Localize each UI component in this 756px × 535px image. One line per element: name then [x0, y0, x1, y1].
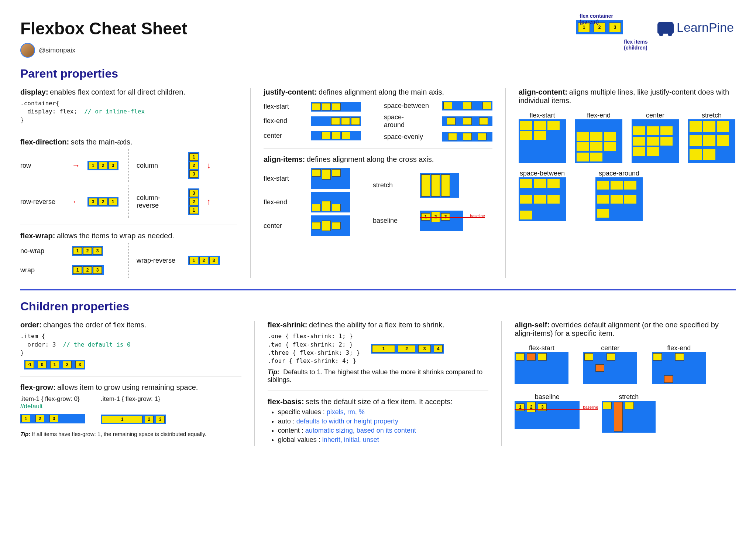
- fw-wraprev-label: wrap-reverse: [137, 257, 181, 265]
- ac-fs: flex-start: [519, 112, 566, 119]
- arrow-up-icon: ↑: [207, 197, 211, 207]
- ai-fe-box: [311, 192, 350, 212]
- as-c: center: [583, 344, 637, 352]
- as-fe-box: [652, 352, 706, 384]
- order-box: -10123: [24, 360, 85, 369]
- arrow-right-icon: →: [72, 161, 80, 170]
- ai-desc: defines alignment along the cross axis.: [307, 155, 434, 163]
- order-code: .item { order: 3 // the default is 0 }: [20, 332, 241, 357]
- fd-rowrev-label: row-reverse: [20, 198, 65, 206]
- avatar: [20, 43, 35, 58]
- flexdir-title: flex-direction:: [20, 138, 69, 146]
- fd-row-label: row: [20, 162, 65, 170]
- as-st: stretch: [602, 393, 656, 401]
- as-c-box: [583, 352, 637, 384]
- ac-c-box: [632, 119, 679, 163]
- fb-desc: sets the default size of a flex item. It…: [306, 398, 453, 406]
- jc-se-box: [442, 132, 492, 142]
- ac-sb-box: [519, 177, 566, 221]
- fg-tip-label: Tip:: [20, 431, 30, 437]
- fg-right-box: 123: [101, 415, 166, 424]
- as-fe: flex-end: [652, 344, 706, 352]
- jc-fs: flex-start: [264, 103, 304, 110]
- ai-fs-box: [311, 168, 350, 189]
- fg-tip: If all items have flex-grow: 1, the rema…: [32, 431, 206, 437]
- as-st-box: [602, 401, 656, 433]
- jc-sb-box: [442, 101, 492, 110]
- as-title: align-self:: [515, 321, 549, 329]
- ac-fe-box: [575, 119, 622, 163]
- fb-list: specific values : pixels, rm, % auto : d…: [268, 408, 489, 444]
- ac-st-box: [688, 119, 735, 163]
- brand-logo: LearnPine: [657, 20, 734, 35]
- fsh-code: .one { flex-shrink: 1; } .two { flex-shr…: [268, 332, 360, 365]
- fg-left-code: .item-1 { flex-grow: 0}: [20, 395, 85, 403]
- ai-c: center: [264, 222, 304, 230]
- jc-c-box: [311, 131, 361, 140]
- fw-nowrap-label: no-wrap: [20, 247, 65, 255]
- ai-st: stretch: [373, 181, 413, 189]
- fw-wraprev-box: 123: [188, 256, 220, 265]
- fd-colrev-label: column-reverse: [137, 194, 181, 209]
- fd-col-label: column: [137, 162, 181, 170]
- jc-fe: flex-end: [264, 117, 304, 125]
- jc-se: space-evenly: [384, 133, 425, 141]
- jc-sb: space-between: [384, 102, 436, 110]
- ac-st: stretch: [688, 112, 735, 119]
- fw-wrap-box: 123: [72, 265, 104, 275]
- ac-sb: space-between: [519, 170, 566, 177]
- fg-right-code: .item-1 { flex-grow: 1}: [101, 395, 166, 403]
- elephant-icon: [657, 22, 674, 34]
- jc-sa-box: [442, 116, 492, 126]
- jc-desc: defines alignment along the main axis.: [319, 88, 444, 96]
- flexdir-desc: sets the main-axis.: [71, 138, 133, 146]
- ac-c: center: [632, 112, 679, 119]
- jc-c: center: [264, 132, 304, 140]
- as-fs: flex-start: [515, 344, 568, 352]
- fd-rowrev-box: 321: [87, 197, 118, 207]
- as-baseline-label: baseline: [583, 405, 598, 409]
- order-title: order:: [20, 321, 42, 329]
- author-handle: @simonpaix: [39, 47, 75, 54]
- ai-bl: baseline: [373, 217, 413, 225]
- fsh-box: 1 2 3 4: [371, 344, 444, 354]
- order-desc: changes the order of flex items.: [43, 321, 146, 329]
- ai-c-box: [311, 215, 350, 236]
- arrow-down-icon: ↓: [207, 161, 211, 170]
- fw-wrap-label: wrap: [20, 266, 65, 274]
- baseline-label: baseline: [470, 214, 485, 218]
- flexwrap-title: flex-wrap:: [20, 232, 55, 240]
- children-section-title: Children properties: [20, 300, 736, 313]
- as-bl-box: 123: [515, 401, 580, 429]
- fd-col-box: 123: [188, 152, 199, 179]
- fsh-tip: Defaults to 1. The highest the value the…: [268, 368, 483, 384]
- ac-fs-box: [519, 119, 566, 163]
- as-bl: baseline: [515, 393, 580, 401]
- fd-colrev-box: 321: [188, 188, 199, 215]
- brand-text: LearnPine: [677, 20, 734, 35]
- parent-annotation: flex container (parent): [580, 13, 623, 25]
- flexwrap-desc: allows the items to wrap as needed.: [57, 232, 174, 240]
- ac-title: align-content:: [519, 88, 567, 96]
- fsh-title: flex-shrink:: [268, 321, 307, 329]
- jc-title: justify-content:: [264, 88, 317, 96]
- flex-key-diagram: 1 2 3 flex container (parent) flex items…: [576, 20, 623, 34]
- ai-bl-box: 123: [420, 211, 463, 231]
- fsh-desc: defines the ability for a flex item to s…: [309, 321, 444, 329]
- fg-default: //default: [20, 403, 85, 410]
- fsh-tip-label: Tip:: [268, 368, 280, 376]
- jc-fs-box: [311, 102, 361, 112]
- ai-title: align-items:: [264, 155, 305, 163]
- parent-section-title: Parent properties: [20, 67, 736, 81]
- ac-sa-box: [595, 177, 643, 221]
- children-annotation: flex items (children): [624, 39, 648, 51]
- jc-fe-box: [311, 116, 361, 126]
- arrow-left-icon: ←: [72, 197, 80, 207]
- as-fs-box: [515, 352, 568, 384]
- fd-row-box: 123: [87, 161, 118, 170]
- display-desc: enables flex context for all direct chil…: [50, 88, 185, 96]
- fg-title: flex-grow:: [20, 383, 56, 391]
- display-title: display:: [20, 88, 48, 96]
- ai-st-box: [420, 173, 459, 198]
- fg-desc: allows item to grow using remaining spac…: [57, 383, 198, 391]
